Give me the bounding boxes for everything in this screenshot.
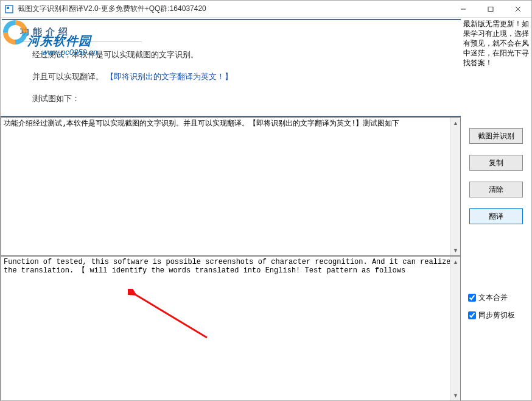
scroll-down-icon[interactable]: ▼ [450, 390, 461, 400]
svg-rect-3 [488, 7, 493, 11]
app-icon [4, 4, 14, 14]
translated-text-box[interactable]: Function of tested, this software is pos… [1, 256, 461, 400]
button-panel: 截图并识别 复制 清除 翻译 [461, 117, 531, 256]
recognized-row: 功能介绍经过测试,本软件是可以实现截图的文字识别。并且可以实现翻译。【即将识别出… [1, 117, 531, 256]
scroll-up-icon[interactable]: ▲ [450, 118, 461, 128]
merge-text-input[interactable] [468, 294, 476, 302]
translate-button[interactable]: 翻译 [469, 208, 523, 224]
capture-recognize-button[interactable]: 截图并识别 [469, 128, 523, 144]
scrollbar-translated[interactable]: ▲ ▼ [450, 257, 460, 400]
clear-button[interactable]: 清除 [469, 182, 523, 197]
intro-line-1: 经过测试，本软件是可以实现截图的文字识别。 [32, 49, 443, 60]
app-window: 截图文字识别和翻译V2.0-更多免费软件+QQ群:164037420 河东软件园… [0, 0, 532, 401]
sync-clipboard-label: 同步剪切板 [478, 310, 515, 321]
title-underline [20, 41, 142, 42]
top-section: 功能介绍 经过测试，本软件是可以实现截图的文字识别。 并且可以实现翻译。 【即将… [1, 18, 531, 117]
scroll-down-icon[interactable]: ▼ [450, 245, 461, 255]
sync-clipboard-checkbox[interactable]: 同步剪切板 [468, 310, 524, 321]
copy-button[interactable]: 复制 [469, 155, 523, 171]
recognized-text: 功能介绍经过测试,本软件是可以实现截图的文字识别。并且可以实现翻译。【即将识别出… [1, 118, 460, 129]
screenshot-preview: 功能介绍 经过测试，本软件是可以实现截图的文字识别。 并且可以实现翻译。 【即将… [1, 18, 461, 117]
merge-text-checkbox[interactable]: 文本合并 [468, 293, 524, 303]
titlebar[interactable]: 截图文字识别和翻译V2.0-更多免费软件+QQ群:164037420 [1, 1, 531, 18]
intro-title: 功能介绍 [20, 26, 443, 38]
recognized-text-box[interactable]: 功能介绍经过测试,本软件是可以实现截图的文字识别。并且可以实现翻译。【即将识别出… [1, 117, 461, 256]
checkbox-panel: 文本合并 同步剪切板 [461, 256, 531, 400]
intro-line-2: 并且可以实现翻译。 【即将识别出的文字翻译为英文！】 [32, 71, 443, 82]
sync-clipboard-input[interactable] [468, 311, 476, 319]
intro-line-3: 测试图如下： [32, 93, 443, 104]
promo-text: 最新版无需更新！如果学习有止境，选择有预见，就不会在风中迷茫，在阳光下寻找答案！ [461, 18, 531, 117]
window-controls [449, 1, 531, 18]
content-area: 河东软件园 www.pc0359.cn 功能介绍 经过测试，本软件是可以实现截图… [1, 18, 531, 400]
window-title: 截图文字识别和翻译V2.0-更多免费软件+QQ群:164037420 [18, 4, 449, 14]
translated-text: Function of tested, this software is pos… [1, 257, 460, 276]
close-button[interactable] [504, 1, 531, 18]
svg-rect-1 [7, 7, 9, 9]
maximize-button[interactable] [477, 1, 504, 18]
intro-line-2a: 并且可以实现翻译。 [32, 72, 106, 81]
minimize-button[interactable] [449, 1, 477, 18]
scroll-up-icon[interactable]: ▲ [450, 257, 461, 267]
intro-line-2-note: 【即将识别出的文字翻译为英文！】 [106, 72, 233, 81]
scrollbar-recognized[interactable]: ▲ ▼ [450, 118, 460, 255]
translated-row: Function of tested, this software is pos… [1, 256, 531, 400]
merge-text-label: 文本合并 [478, 293, 508, 303]
